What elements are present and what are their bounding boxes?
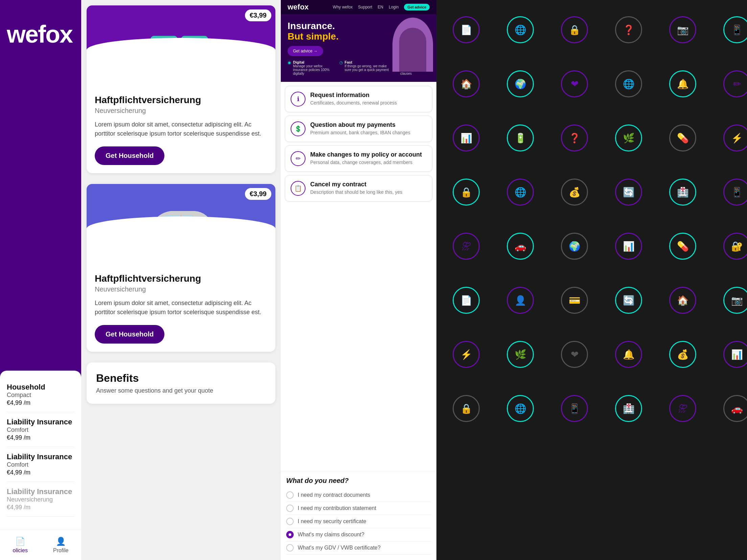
policy-price-3: €4,99 /m: [7, 469, 74, 476]
card-description-2: Lorem ipsum dolor sit amet, consectetur …: [95, 299, 267, 317]
benefits-title: Benefits: [96, 372, 266, 384]
support-desc-3: Personal data, change coverages, add mem…: [310, 160, 422, 165]
icon-circle: ⚡: [723, 124, 747, 151]
icon-circle: 🌐: [507, 395, 534, 422]
icon-cell: 🚗: [493, 219, 547, 273]
nav-lang[interactable]: EN: [378, 5, 383, 9]
radio-label-2: I need my contribution statement: [298, 505, 376, 511]
icon-circle: 🔒: [453, 179, 480, 206]
icon-cell: 📷: [656, 3, 710, 57]
radio-option-5[interactable]: What's my GDV / VWB certificate?: [286, 541, 431, 555]
card-content-2: Haftpflichtversicherung Neuversicherung …: [87, 265, 275, 352]
radio-circle-5[interactable]: [286, 544, 294, 552]
icon-circle: ❓: [615, 16, 642, 43]
icon-circle: 📊: [615, 233, 642, 260]
icon-circle: 🌍: [561, 233, 588, 260]
icon-circle: 📊: [723, 341, 747, 368]
support-info-text: Request information Certificates, docume…: [310, 92, 397, 106]
icon-cell: 🌿: [493, 327, 547, 381]
support-title-4: Cancel my contract: [310, 181, 402, 188]
icon-cell: 💰: [656, 327, 710, 381]
policy-item-dimmed[interactable]: Liability Insurance Neuversicherung €4,9…: [7, 482, 74, 517]
icon-cell: 🔒: [439, 165, 493, 219]
icon-cell: 📄: [439, 273, 493, 327]
icon-cell: 📄: [439, 3, 493, 57]
card-title-2: Haftpflichtversicherung: [95, 273, 267, 284]
card-title-1: Haftpflichtversicherung: [95, 95, 267, 106]
icon-cell: 📊: [710, 327, 747, 381]
icon-circle: ✏: [723, 70, 747, 97]
nav-advice-btn[interactable]: Get advice: [404, 4, 430, 10]
nav-policies-label: olicies: [13, 547, 28, 554]
support-cancel-text: Cancel my contract Description that shou…: [310, 181, 402, 195]
radio-option-2[interactable]: I need my contribution statement: [286, 502, 431, 515]
info-icon-circle: ℹ: [291, 92, 305, 107]
icon-circle: 🔋: [507, 124, 534, 151]
radio-circle-1[interactable]: [286, 491, 294, 499]
icon-cell: ✏: [710, 57, 747, 111]
icon-cell: 🔄: [602, 273, 656, 327]
icon-circle: 🔒: [453, 395, 480, 422]
icon-cell: 🌍: [493, 57, 547, 111]
nav-support[interactable]: Support: [358, 5, 372, 9]
card-image-sofa: €3,99: [87, 5, 275, 87]
support-option-cancel[interactable]: 📋 Cancel my contract Description that sh…: [285, 175, 432, 202]
icon-cell: 🏥: [656, 165, 710, 219]
icon-cell: 🌍: [547, 219, 602, 273]
policy-item-2[interactable]: Liability Insurance Comfort €4,99 /m: [7, 412, 74, 447]
get-household-btn-1[interactable]: Get Household: [95, 146, 164, 165]
icon-cell: 🏠: [656, 273, 710, 327]
icon-cell: 🔐: [710, 219, 747, 273]
support-section: ℹ Request information Certificates, docu…: [281, 82, 436, 471]
digital-icon: ◉: [288, 60, 291, 65]
icon-circle: 💰: [669, 341, 696, 368]
policies-list: Household Compact €4,99 /m Liability Ins…: [0, 371, 81, 560]
icon-circle: 📷: [723, 287, 747, 314]
radio-option-3[interactable]: I need my security certificate: [286, 515, 431, 528]
policy-item-3[interactable]: Liability Insurance Comfort €4,99 /m: [7, 447, 74, 482]
policies-icon: 📄: [15, 537, 25, 546]
policy-price-dimmed: €4,99 /m: [7, 504, 74, 511]
support-option-info[interactable]: ℹ Request information Certificates, docu…: [285, 86, 432, 112]
radio-circle-3[interactable]: [286, 518, 294, 525]
radio-circle-4[interactable]: [286, 531, 294, 538]
nav-login[interactable]: Login: [389, 5, 399, 9]
support-changes-text: Make changes to my policy or account Per…: [310, 151, 422, 165]
feature-digital: ◉ Digital Manage your wefox insurance po…: [288, 60, 334, 75]
policy-type-3: Comfort: [7, 461, 74, 468]
cancel-icon-circle: 📋: [291, 181, 305, 196]
fast-icon: ◷: [339, 60, 343, 65]
radio-option-4[interactable]: What's my claims discount?: [286, 528, 431, 541]
icon-circle: 🏠: [669, 287, 696, 314]
icon-cell: 📱: [547, 381, 602, 436]
icon-cell: 💊: [656, 219, 710, 273]
policy-item-1[interactable]: Household Compact €4,99 /m: [7, 377, 74, 412]
radio-option-1[interactable]: I need my contract documents: [286, 489, 431, 502]
wefox-header: wefox Why wefox Support EN Login Get adv…: [281, 0, 436, 14]
policy-name-1: Household: [7, 383, 74, 392]
icon-cell: ⚡: [439, 327, 493, 381]
bottom-nav: 📄 olicies 👤 Profile: [0, 530, 81, 560]
policy-name-3: Liability Insurance: [7, 452, 74, 461]
icon-circle: 📱: [723, 179, 747, 206]
feature-digital-title: Digital: [293, 60, 334, 64]
nav-profile[interactable]: 👤 Profile: [53, 537, 68, 554]
icon-circle: 📱: [723, 16, 747, 43]
icon-circle: 🚗: [507, 233, 534, 260]
icon-circle: 👤: [507, 287, 534, 314]
icon-circle: 🔔: [669, 70, 696, 97]
get-household-btn-2[interactable]: Get Household: [95, 325, 164, 344]
wefox-web-panel: wefox Why wefox Support EN Login Get adv…: [281, 0, 436, 560]
hero-title-2: But simple.: [288, 31, 430, 42]
icon-circle: 🚗: [723, 395, 747, 422]
insurance-card-1: €3,99: [87, 5, 275, 173]
radio-circle-2[interactable]: [286, 505, 294, 512]
support-option-payments[interactable]: 💲 Question about my payments Premium amo…: [285, 116, 432, 142]
nav-why[interactable]: Why wefox: [333, 5, 353, 9]
icon-cell: 🔒: [547, 3, 602, 57]
support-option-changes[interactable]: ✏ Make changes to my policy or account P…: [285, 145, 432, 172]
hero-cta-btn[interactable]: Get advice →: [288, 46, 323, 56]
nav-policies[interactable]: 📄 olicies: [13, 537, 28, 554]
icon-cell: ⚡: [710, 111, 747, 165]
icon-circle: 📄: [453, 16, 480, 43]
